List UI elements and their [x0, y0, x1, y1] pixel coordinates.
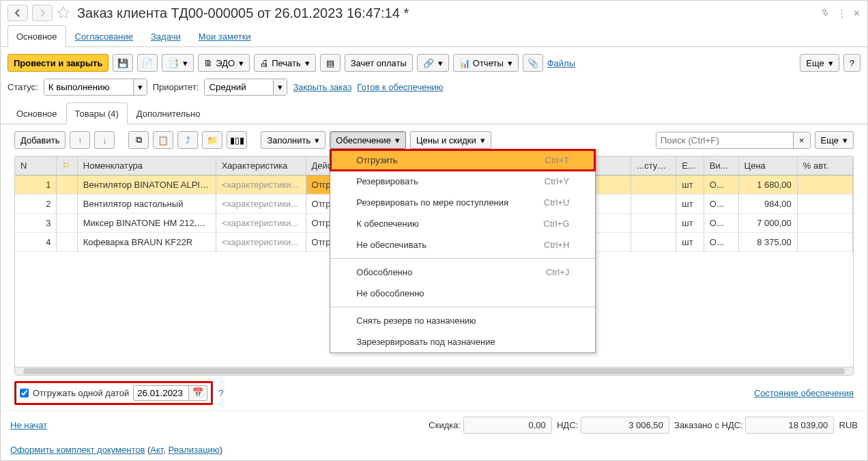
cell-nomenclature[interactable]: Миксер BINATONE HM 212,6 ... — [77, 214, 216, 233]
subtab-goods[interactable]: Товары (4) — [66, 102, 128, 124]
priority-dropdown-button[interactable]: ▾ — [273, 79, 287, 95]
horizontal-scrollbar[interactable] — [15, 367, 853, 375]
priority-select[interactable] — [205, 79, 273, 95]
table-more-button[interactable]: Еще ▾ — [815, 131, 854, 149]
folder-button[interactable]: 📁 — [202, 131, 222, 149]
cell-characteristic[interactable]: <характеристики... — [216, 233, 306, 252]
print-button[interactable]: 🖨 Печать ▾ — [254, 54, 316, 72]
subtab-main[interactable]: Основное — [8, 102, 66, 124]
ready-link[interactable]: Готов к обеспечению — [357, 82, 443, 92]
close-order-link[interactable]: Закрыть заказ — [293, 82, 351, 92]
col-kind[interactable]: Ви... — [704, 156, 738, 176]
cell-price[interactable]: 1 680,00 — [738, 176, 797, 195]
cell-flag[interactable] — [57, 233, 77, 252]
cell-unit[interactable]: шт — [676, 176, 704, 195]
cell-nomenclature[interactable]: Вентилятор настольный — [77, 195, 216, 214]
cell-n[interactable]: 1 — [15, 176, 57, 195]
calendar-icon[interactable]: 📅 — [188, 386, 207, 400]
cell-price[interactable]: 7 000,00 — [738, 214, 797, 233]
cell-auto[interactable] — [797, 233, 852, 252]
menu-item[interactable]: Снять резерв по назначению — [330, 310, 595, 331]
cell-n[interactable]: 3 — [15, 214, 57, 233]
cell-available[interactable] — [631, 176, 676, 195]
menu-item[interactable]: Не обеспечиватьCtrl+H — [330, 234, 595, 255]
attach-button[interactable]: 📎 — [523, 54, 543, 72]
search-clear-button[interactable]: × — [793, 132, 810, 148]
cell-unit[interactable]: шт — [676, 195, 704, 214]
cell-n[interactable]: 4 — [15, 233, 57, 252]
col-flag[interactable]: ⚐ — [57, 156, 77, 176]
tab-tasks[interactable]: Задачи — [142, 25, 190, 47]
ship-date-input[interactable] — [134, 386, 188, 400]
reports-button[interactable]: 📊 Отчеты ▾ — [453, 54, 519, 72]
cell-unit[interactable]: шт — [676, 214, 704, 233]
save-button[interactable]: 💾 — [113, 54, 133, 72]
tab-approval[interactable]: Согласование — [66, 25, 142, 47]
cell-flag[interactable] — [57, 195, 77, 214]
tab-main[interactable]: Основное — [8, 25, 66, 47]
menu-item[interactable]: РезервироватьCtrl+Y — [330, 171, 595, 192]
cell-auto[interactable] — [797, 176, 852, 195]
col-auto[interactable]: % авт. — [797, 156, 852, 176]
status-dropdown-button[interactable]: ▾ — [133, 79, 147, 95]
menu-item[interactable]: Не обособленно — [330, 283, 595, 304]
docs-link[interactable]: Оформить комплект документов — [10, 445, 145, 455]
post-and-close-button[interactable]: Провести и закрыть — [8, 54, 108, 72]
akt-link[interactable]: Акт — [150, 445, 163, 455]
date-help[interactable]: ? — [218, 388, 223, 398]
linked-button[interactable]: 🔗▾ — [417, 54, 449, 72]
cell-unit[interactable]: шт — [676, 233, 704, 252]
menu-item[interactable]: ОбособленноCtrl+J — [330, 262, 595, 283]
cell-auto[interactable] — [797, 195, 852, 214]
move-down-button[interactable]: ↓ — [94, 131, 115, 149]
cell-kind[interactable]: О... — [704, 233, 738, 252]
ship-single-date-checkbox[interactable] — [20, 389, 29, 397]
cell-kind[interactable]: О... — [704, 214, 738, 233]
cell-nomenclature[interactable]: Вентилятор BINATONE ALPIN... — [77, 176, 216, 195]
cell-kind[interactable]: О... — [704, 195, 738, 214]
cell-characteristic[interactable]: <характеристики... — [216, 195, 306, 214]
tab-notes[interactable]: Мои заметки — [190, 25, 260, 47]
cell-price[interactable]: 8 375,00 — [738, 233, 797, 252]
cell-kind[interactable]: О... — [704, 176, 738, 195]
cell-auto[interactable] — [797, 214, 852, 233]
edo-button[interactable]: 🗎 ЭДО ▾ — [198, 54, 250, 72]
cell-flag[interactable] — [57, 176, 77, 195]
post-button[interactable]: 📄 — [137, 54, 158, 72]
help-button[interactable]: ? — [843, 54, 860, 72]
more-button[interactable]: Еще ▾ — [800, 54, 839, 72]
move-up-button[interactable]: ↑ — [70, 131, 90, 149]
close-icon[interactable]: ✕ — [853, 8, 860, 18]
provision-state-link[interactable]: Состояние обеспечения — [754, 388, 854, 398]
menu-item[interactable]: К обеспечениюCtrl+G — [330, 213, 595, 234]
col-price[interactable]: Цена — [738, 156, 797, 176]
menu-item[interactable]: Резервировать по мере поступленияCtrl+U — [330, 192, 595, 213]
search-input[interactable] — [656, 132, 793, 148]
cell-flag[interactable] — [57, 214, 77, 233]
copy-button[interactable]: ⧉ — [128, 131, 149, 149]
prices-button[interactable]: Цены и скидки ▾ — [410, 131, 491, 149]
cell-price[interactable]: 984,00 — [738, 195, 797, 214]
link-icon[interactable] — [820, 7, 830, 20]
cell-characteristic[interactable]: <характеристики... — [216, 214, 306, 233]
fill-button[interactable]: Заполнить ▾ — [261, 131, 326, 149]
cell-nomenclature[interactable]: Кофеварка BRAUN KF22R — [77, 233, 216, 252]
col-n[interactable]: N — [15, 156, 57, 176]
paste-button[interactable]: 📋 — [153, 131, 173, 149]
forward-button[interactable] — [32, 5, 53, 21]
col-available[interactable]: ...ступно — [631, 156, 676, 176]
col-unit[interactable]: Е... — [676, 156, 704, 176]
cell-available[interactable] — [631, 214, 676, 233]
add-row-button[interactable]: Добавить — [14, 131, 66, 149]
subtab-extra[interactable]: Дополнительно — [128, 102, 209, 124]
realization-link[interactable]: Реализацию — [169, 445, 220, 455]
status-select[interactable] — [44, 79, 133, 95]
cell-available[interactable] — [631, 195, 676, 214]
offset-button[interactable]: Зачет оплаты — [345, 54, 413, 72]
back-button[interactable] — [8, 5, 28, 21]
list-button[interactable]: ▤ — [320, 54, 341, 72]
menu-item[interactable]: ОтгрузитьCtrl+T — [330, 150, 595, 171]
menu-icon[interactable]: ⋮ — [837, 8, 846, 18]
files-link[interactable]: Файлы — [547, 58, 575, 68]
barcode-button[interactable]: ▮▯▮ — [227, 131, 247, 149]
